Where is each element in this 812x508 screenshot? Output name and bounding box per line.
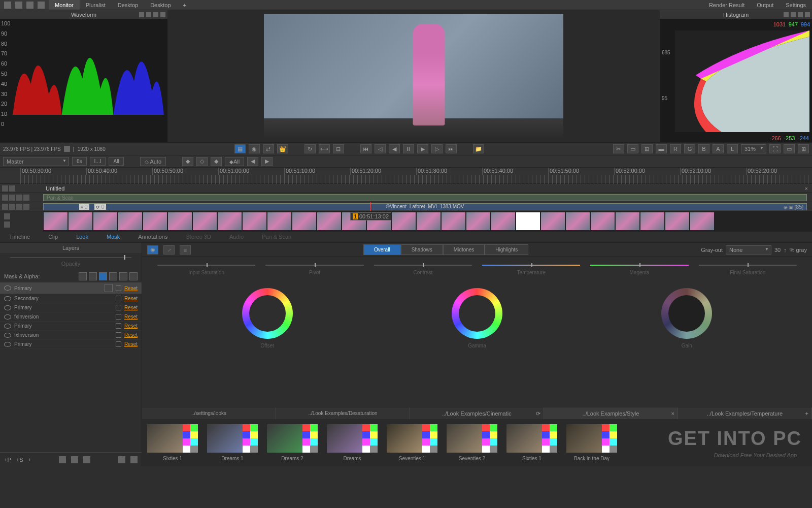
filmstrip-thumb[interactable] <box>243 212 266 230</box>
menu-render-result[interactable]: Render Result <box>703 0 751 10</box>
tab-audio[interactable]: Audio <box>220 232 253 242</box>
lock-icon[interactable] <box>798 12 803 17</box>
preset-item[interactable]: Dreams 1 <box>207 424 258 461</box>
eye-icon[interactable] <box>16 195 22 201</box>
reset-button[interactable]: Reset <box>124 323 138 329</box>
duplicate-icon[interactable] <box>71 456 78 463</box>
crop-icon[interactable]: ✂ <box>613 144 624 153</box>
preset-tab-settings[interactable]: ../settings/looks <box>142 407 276 419</box>
eye-icon[interactable] <box>4 342 11 347</box>
eye-icon[interactable] <box>4 296 11 301</box>
view-colorwheel-icon[interactable]: ◉ <box>147 245 158 255</box>
tl-icon[interactable] <box>2 195 8 201</box>
stack-icon[interactable] <box>83 456 90 463</box>
reset-button[interactable]: Reset <box>124 285 138 291</box>
filmstrip-thumb[interactable] <box>516 212 540 230</box>
eye-icon[interactable] <box>16 204 22 210</box>
mask-mode-3[interactable] <box>99 272 107 280</box>
fullscreen-icon[interactable]: ⛶ <box>769 144 781 153</box>
clip-in-b[interactable]: ⟳ 0 <box>94 204 106 210</box>
video-clip[interactable]: « 0 ⟳ 0 ©Vincent_Laforet_MVI_1383.MOV ◉ … <box>43 203 807 210</box>
pan-scan-track[interactable]: Pan & Scan <box>0 193 812 202</box>
opacity-slider[interactable]: Opacity <box>0 253 142 270</box>
lock-icon[interactable] <box>9 204 15 210</box>
eye-icon[interactable] <box>4 285 11 291</box>
layer-checkbox[interactable] <box>116 296 121 301</box>
aspect-icon[interactable]: ▭ <box>784 144 795 153</box>
channel-a[interactable]: A <box>713 144 724 153</box>
range-6s[interactable]: 6s <box>72 157 87 166</box>
seg-overall[interactable]: Overall <box>363 244 401 255</box>
preset-tab-style[interactable]: ../Look Examples/Style × <box>544 407 678 419</box>
play-button[interactable]: ▶ <box>417 144 428 153</box>
filmstrip-thumb[interactable] <box>566 212 590 230</box>
channel-r[interactable]: R <box>670 144 681 153</box>
reset-button[interactable]: Reset <box>124 305 138 310</box>
preset-item[interactable]: Sixties 1 <box>147 424 198 461</box>
slider-pivot[interactable]: Pivot <box>265 265 363 275</box>
close-icon[interactable]: × <box>805 185 808 192</box>
open-icon[interactable] <box>4 2 11 9</box>
play-reverse-button[interactable]: ◀ <box>389 144 400 153</box>
view-curves-icon[interactable]: ⟋ <box>163 245 175 255</box>
overlay-icon[interactable]: ▭ <box>627 144 638 153</box>
preset-tab-desaturation[interactable]: ../Look Examples/Desaturation <box>276 407 410 419</box>
layer-checkbox[interactable] <box>116 285 121 291</box>
layer-checkbox[interactable] <box>116 323 121 329</box>
add-icon[interactable]: + <box>805 407 808 420</box>
range-io[interactable]: I...I <box>90 157 106 166</box>
layer-item[interactable]: fxInversionReset <box>0 312 142 322</box>
slider-contrast[interactable]: Contrast <box>374 265 472 275</box>
filmstrip-thumb[interactable] <box>442 212 465 230</box>
range-button[interactable]: ⟷ <box>319 144 330 153</box>
nav-prev[interactable]: ◀ <box>247 157 258 166</box>
layer-checkbox[interactable] <box>116 305 121 310</box>
menu-settings[interactable]: Settings <box>780 0 812 10</box>
filmstrip-thumb[interactable] <box>292 212 316 230</box>
layer-item[interactable]: PrimaryReset <box>0 303 142 312</box>
preset-item[interactable]: Dreams 2 <box>267 424 318 461</box>
pin-icon[interactable] <box>791 12 796 17</box>
preset-item[interactable]: Seventies 2 <box>447 424 497 461</box>
filmstrip-thumb[interactable] <box>93 212 117 230</box>
filmstrip-thumb[interactable] <box>591 212 615 230</box>
arrow-up-icon[interactable]: ↑ <box>784 247 787 253</box>
add-secondary-button[interactable]: +S <box>16 457 23 463</box>
layer-item[interactable]: PrimaryReset <box>0 340 142 349</box>
lock-icon[interactable] <box>9 185 15 192</box>
filmstrip-thumb[interactable] <box>317 212 341 230</box>
track-dropdown[interactable]: Master <box>3 157 69 166</box>
layer-item[interactable]: PrimaryReset <box>0 282 142 294</box>
slider-magenta[interactable]: Magenta <box>590 265 688 275</box>
go-end-button[interactable]: ⏭ <box>446 144 457 153</box>
time-ruler[interactable]: 00:50:30:0000:50:40:0000:50:50:0000:51:0… <box>0 168 812 184</box>
filmstrip-thumb[interactable] <box>69 212 92 230</box>
lock-icon[interactable] <box>153 12 158 17</box>
range-all[interactable]: All <box>109 157 123 166</box>
preset-item[interactable]: Seventies 1 <box>387 424 437 461</box>
slider-input-saturation[interactable]: Input Saturation <box>157 265 255 275</box>
tab-annotations[interactable]: Annotations <box>129 232 177 242</box>
mask-mode-5[interactable] <box>119 272 127 280</box>
filmstrip-thumb[interactable] <box>392 212 416 230</box>
filmstrip-thumb[interactable] <box>218 212 242 230</box>
slider-final-saturation[interactable]: Final Saturation <box>699 265 797 275</box>
layer-mode-icon[interactable] <box>105 284 113 292</box>
filmstrip-thumb[interactable] <box>690 212 714 230</box>
tab-panscan[interactable]: Pan & Scan <box>253 232 300 242</box>
tl-icon[interactable] <box>2 204 8 210</box>
eye-icon[interactable] <box>4 333 11 338</box>
filmstrip-thumb[interactable] <box>541 212 565 230</box>
preset-item[interactable]: Sixties 1 <box>506 424 557 461</box>
mask-mode-6[interactable] <box>129 272 138 280</box>
shuttle-button[interactable]: ⊟ <box>333 144 344 153</box>
auto-button[interactable]: ◇ Auto <box>140 157 166 166</box>
layer-item[interactable]: PrimaryReset <box>0 322 142 331</box>
tl-icon[interactable] <box>2 185 8 192</box>
filmstrip-thumb[interactable] <box>143 212 167 230</box>
close-icon[interactable]: × <box>671 407 674 420</box>
slider-temperature[interactable]: Temperature <box>482 265 580 275</box>
view-sliders-icon[interactable]: ≡ <box>180 245 191 255</box>
channel-l[interactable]: L <box>727 144 738 153</box>
eye-icon[interactable] <box>4 324 11 329</box>
